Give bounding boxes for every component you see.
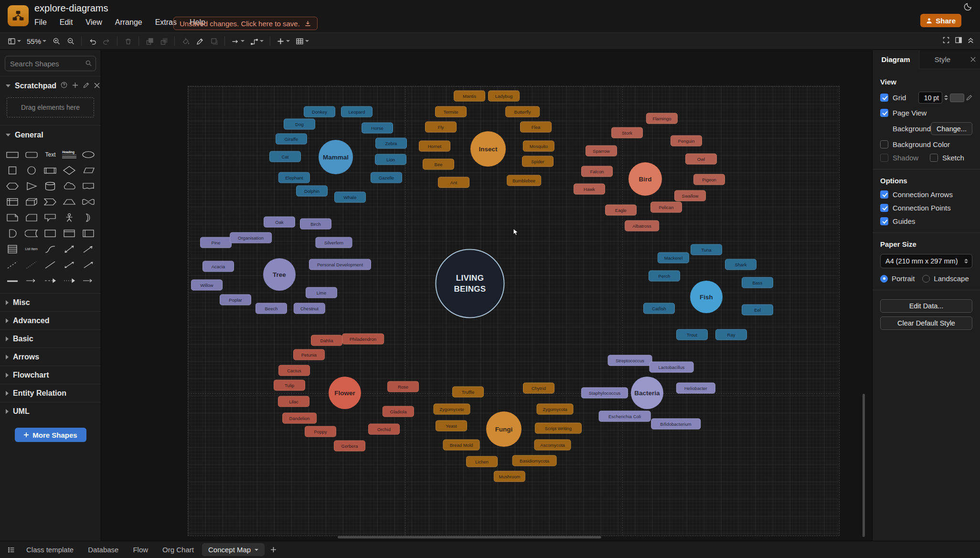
menu-view[interactable]: View bbox=[85, 18, 102, 27]
scratchpad-close-icon[interactable] bbox=[94, 82, 100, 90]
node-ray[interactable]: Ray bbox=[715, 329, 747, 340]
node-ascomycota[interactable]: Ascomycota bbox=[534, 440, 571, 451]
node-tuna[interactable]: Tuna bbox=[691, 244, 722, 255]
menu-edit[interactable]: Edit bbox=[60, 18, 73, 27]
node-catfish[interactable]: Catfish bbox=[643, 303, 675, 314]
grid-color-edit-icon[interactable] bbox=[966, 95, 972, 101]
shape-directional-connector[interactable] bbox=[79, 257, 98, 273]
shape-dashed-line[interactable] bbox=[3, 257, 22, 273]
node-mushroom[interactable]: Mushroom bbox=[494, 471, 525, 482]
node-rose[interactable]: Rose bbox=[387, 381, 419, 392]
node-tree[interactable]: Tree bbox=[263, 258, 296, 291]
node-eel[interactable]: Eel bbox=[742, 305, 773, 316]
share-button[interactable]: Share bbox=[920, 14, 961, 27]
node-pigeon[interactable]: Pigeon bbox=[693, 174, 725, 185]
node-organisation[interactable]: Organisation bbox=[230, 232, 272, 243]
shape-bidirectional-arrow[interactable] bbox=[60, 241, 79, 257]
shape-note[interactable] bbox=[3, 210, 22, 225]
node-sparrow[interactable]: Sparrow bbox=[586, 146, 617, 157]
general-section[interactable]: General bbox=[0, 126, 101, 145]
node-fish[interactable]: Fish bbox=[690, 281, 723, 313]
tab-style[interactable]: Style bbox=[919, 50, 966, 69]
page-view-checkbox[interactable] bbox=[880, 109, 888, 117]
node-mammal[interactable]: Mammal bbox=[319, 140, 353, 174]
node-acacia[interactable]: Acacia bbox=[202, 261, 234, 272]
scratchpad-add-icon[interactable] bbox=[72, 82, 78, 90]
node-lion[interactable]: Lion bbox=[375, 154, 406, 165]
waypoints-button[interactable] bbox=[248, 34, 266, 48]
node-lime[interactable]: Lime bbox=[306, 287, 337, 298]
shape-actor[interactable] bbox=[60, 210, 79, 225]
collapse-toolbar-icon[interactable] bbox=[967, 37, 974, 46]
shape-list[interactable] bbox=[3, 241, 22, 257]
node-butterfly[interactable]: Butterfly bbox=[505, 106, 540, 117]
node-albatross[interactable]: Albatross bbox=[625, 221, 659, 232]
node-dog[interactable]: Dog bbox=[284, 119, 315, 130]
table-button[interactable] bbox=[293, 34, 311, 48]
shape-bidirectional-connector[interactable] bbox=[60, 257, 79, 273]
shape-step[interactable] bbox=[41, 194, 60, 210]
node-living-beings[interactable]: LIVING BEINGS bbox=[436, 249, 505, 318]
node-trout[interactable]: Trout bbox=[676, 329, 708, 340]
shape-cloud[interactable] bbox=[60, 178, 79, 194]
zoom-out-button[interactable] bbox=[64, 34, 77, 48]
shape-dotted-line[interactable] bbox=[22, 257, 41, 273]
shadow-checkbox[interactable] bbox=[880, 154, 888, 162]
node-dandelion[interactable]: Dandelion bbox=[282, 413, 317, 424]
node-termite[interactable]: Termite bbox=[435, 106, 467, 117]
node-spider[interactable]: Spider bbox=[522, 156, 554, 167]
grid-checkbox[interactable] bbox=[880, 94, 888, 102]
node-gladiola[interactable]: Gladiola bbox=[383, 406, 414, 417]
node-lichen[interactable]: Lichen bbox=[466, 456, 498, 467]
shape-cylinder[interactable] bbox=[41, 178, 60, 194]
grid-size-input[interactable]: 10 pt bbox=[918, 92, 942, 104]
node-leopard[interactable]: Leopard bbox=[341, 106, 373, 117]
shape-hexagon[interactable] bbox=[3, 178, 22, 194]
shape-document[interactable] bbox=[79, 178, 98, 194]
node-perch[interactable]: Perch bbox=[649, 271, 680, 282]
shape-container[interactable] bbox=[41, 225, 60, 241]
shape-card[interactable] bbox=[22, 210, 41, 225]
scratchpad-dropzone[interactable]: Drag elements here bbox=[7, 97, 94, 117]
node-tulip[interactable]: Tulip bbox=[274, 380, 305, 391]
node-mackerel[interactable]: Mackerel bbox=[658, 253, 689, 263]
node-personal-development[interactable]: Personal Development bbox=[309, 259, 371, 270]
node-elephant[interactable]: Elephant bbox=[278, 172, 310, 183]
node-shark[interactable]: Shark bbox=[725, 259, 756, 270]
node-giraffe[interactable]: Giraffe bbox=[276, 134, 307, 145]
sidebar-section-uml[interactable]: UML bbox=[0, 402, 101, 420]
close-panel-icon[interactable] bbox=[966, 50, 980, 69]
page-tab-concept-map[interactable]: Concept Map bbox=[202, 543, 265, 556]
shape-circle[interactable] bbox=[22, 162, 41, 178]
node-lactobacillus[interactable]: Lactobacillus bbox=[650, 362, 694, 373]
node-script-writing[interactable]: Script Writing bbox=[535, 423, 582, 434]
tab-diagram[interactable]: Diagram bbox=[873, 50, 919, 69]
node-hornet[interactable]: Hornet bbox=[419, 141, 450, 152]
node-cat[interactable]: Cat bbox=[269, 151, 301, 162]
node-zygomycete[interactable]: Zygomycete bbox=[434, 404, 470, 415]
page-tab-database[interactable]: Database bbox=[82, 541, 125, 558]
shape-dotted-edge[interactable] bbox=[60, 273, 79, 288]
shape-list-item[interactable]: List Item bbox=[22, 241, 41, 257]
node-bee[interactable]: Bee bbox=[423, 159, 454, 170]
node-flea[interactable]: Flea bbox=[520, 122, 552, 133]
shape-textbox[interactable]: Heading bbox=[60, 147, 79, 162]
node-pine[interactable]: Pine bbox=[200, 237, 232, 248]
format-panel-toggle-icon[interactable] bbox=[955, 36, 962, 46]
shape-cube[interactable] bbox=[22, 194, 41, 210]
node-whale[interactable]: Whale bbox=[334, 192, 366, 203]
shape-internal-storage[interactable] bbox=[3, 194, 22, 210]
node-falcon[interactable]: Falcon bbox=[581, 166, 613, 177]
sidebar-section-misc[interactable]: Misc bbox=[0, 293, 101, 311]
portrait-radio[interactable] bbox=[880, 275, 888, 283]
node-swallow[interactable]: Swallow bbox=[674, 190, 706, 201]
node-philadendron[interactable]: Philadendron bbox=[342, 334, 384, 345]
shape-data-storage[interactable] bbox=[22, 225, 41, 241]
node-bumblebee[interactable]: Bumblebee bbox=[507, 175, 541, 186]
connection-points-checkbox[interactable] bbox=[880, 204, 888, 212]
shape-arrow[interactable] bbox=[79, 241, 98, 257]
search-shapes-input[interactable] bbox=[5, 56, 96, 71]
shape-diamond[interactable] bbox=[60, 162, 79, 178]
sidebar-section-arrows[interactable]: Arrows bbox=[0, 347, 101, 366]
shape-or[interactable] bbox=[79, 210, 98, 225]
